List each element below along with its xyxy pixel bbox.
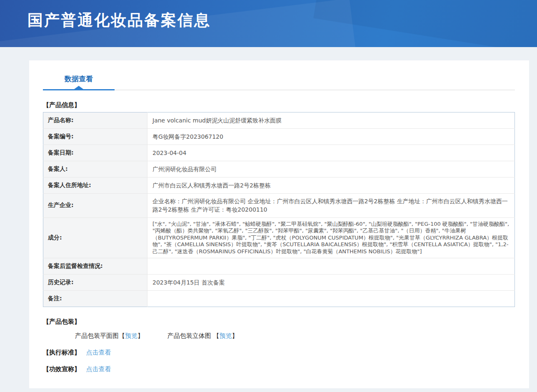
row-label: 生产企业: bbox=[43, 194, 147, 218]
table-row-remarks: 备注: bbox=[43, 291, 515, 307]
row-label: 备案日期: bbox=[43, 145, 147, 161]
row-value: 企业名称：广州润研化妆品有限公司 企业地址：广州市白云区人和镇秀水塘西一路2号2… bbox=[147, 194, 515, 218]
product-info-table: 产品名称: Jane volcanic mud妍泥火山泥舒缓紧致补水面膜 备案编… bbox=[43, 112, 515, 307]
row-value: 2023-04-04 bbox=[147, 145, 515, 161]
row-label: 备案编号: bbox=[43, 129, 147, 145]
row-value bbox=[147, 258, 515, 275]
table-row-filer-address: 备案人住所地址: 广州市白云区人和镇秀水塘西一路2号2栋整栋 bbox=[43, 177, 515, 194]
row-value: 2023年04月15日 首次备案 bbox=[147, 275, 515, 291]
row-label: 备案后监督检查情况: bbox=[43, 258, 147, 275]
table-row-history: 历史记录: 2023年04月15日 首次备案 bbox=[43, 275, 515, 291]
row-value: 广州润研化妆品有限公司 bbox=[147, 161, 515, 177]
section-title-standard: 【执行标准】 bbox=[43, 349, 80, 356]
content-card: 数据查看 【产品信息】 产品名称: Jane volcanic mud妍泥火山泥… bbox=[29, 60, 529, 388]
row-label: 备案人: bbox=[43, 161, 147, 177]
table-row-product-name: 产品名称: Jane volcanic mud妍泥火山泥舒缓紧致补水面膜 bbox=[43, 112, 515, 129]
standard-row: 【执行标准】 点击查看 bbox=[43, 349, 515, 357]
row-label: 历史记录: bbox=[43, 275, 147, 291]
solid-packaging-bracket-close: 】 bbox=[232, 332, 238, 340]
tab-bar: 数据查看 bbox=[43, 60, 515, 90]
efficacy-row: 【功效宣称】 点击查看 bbox=[43, 365, 515, 373]
row-label: 备案人住所地址: bbox=[43, 177, 147, 194]
row-value: ["水", "火山泥", "甘油", "液体石蜡", "鲸蜡硬脂醇", "聚二甲… bbox=[147, 217, 515, 258]
row-value: 广州市白云区人和镇秀水塘西一路2号2栋整栋 bbox=[147, 177, 515, 194]
flat-packaging-label: 产品包装平面图【 bbox=[75, 332, 125, 340]
section-title-packaging: 【产品包装】 bbox=[43, 318, 515, 326]
row-label: 备注: bbox=[43, 291, 147, 307]
tab-data-view[interactable]: 数据查看 bbox=[43, 74, 115, 90]
table-row-manufacturer: 生产企业: 企业名称：广州润研化妆品有限公司 企业地址：广州市白云区人和镇秀水塘… bbox=[43, 194, 515, 218]
flat-packaging-item: 产品包装平面图【预览】 bbox=[75, 332, 144, 340]
footer-copyright: 本站由国家药品监督管理局主办 版权所有 Copyright © NMPA All… bbox=[0, 388, 537, 392]
page-header: 国产普通化妆品备案信息 bbox=[0, 0, 537, 47]
table-row-ingredients: 成分: ["水", "火山泥", "甘油", "液体石蜡", "鲸蜡硬脂醇", … bbox=[43, 217, 515, 258]
section-title-product-info: 【产品信息】 bbox=[43, 101, 515, 109]
solid-packaging-item: 产品包装立体图 【预览】 bbox=[167, 332, 238, 340]
tab-data-view-label: 数据查看 bbox=[65, 75, 93, 83]
efficacy-view-link[interactable]: 点击查看 bbox=[86, 365, 111, 373]
solid-packaging-preview-link[interactable]: 预览 bbox=[220, 332, 232, 340]
table-row-filing-number: 备案编号: 粤G妆网备字2023067120 bbox=[43, 129, 515, 145]
row-label: 产品名称: bbox=[43, 112, 147, 129]
row-value bbox=[147, 291, 515, 307]
table-row-filer: 备案人: 广州润研化妆品有限公司 bbox=[43, 161, 515, 177]
section-title-efficacy: 【功效宣称】 bbox=[43, 365, 80, 373]
flat-packaging-preview-link[interactable]: 预览 bbox=[125, 332, 137, 340]
page-title: 国产普通化妆品备案信息 bbox=[0, 0, 537, 31]
standard-view-link[interactable]: 点击查看 bbox=[86, 349, 111, 356]
row-value: 粤G妆网备字2023067120 bbox=[147, 129, 515, 145]
flat-packaging-bracket-close: 】 bbox=[137, 332, 144, 340]
row-label: 成分: bbox=[43, 217, 147, 258]
solid-packaging-label: 产品包装立体图 【 bbox=[167, 332, 220, 340]
table-row-filing-date: 备案日期: 2023-04-04 bbox=[43, 145, 515, 161]
tab-active-indicator-triangle bbox=[74, 86, 83, 89]
packaging-previews-row: 产品包装平面图【预览】 产品包装立体图 【预览】 bbox=[43, 332, 515, 340]
table-row-post-filing-inspection: 备案后监督检查情况: bbox=[43, 258, 515, 275]
row-value: Jane volcanic mud妍泥火山泥舒缓紧致补水面膜 bbox=[147, 112, 515, 129]
